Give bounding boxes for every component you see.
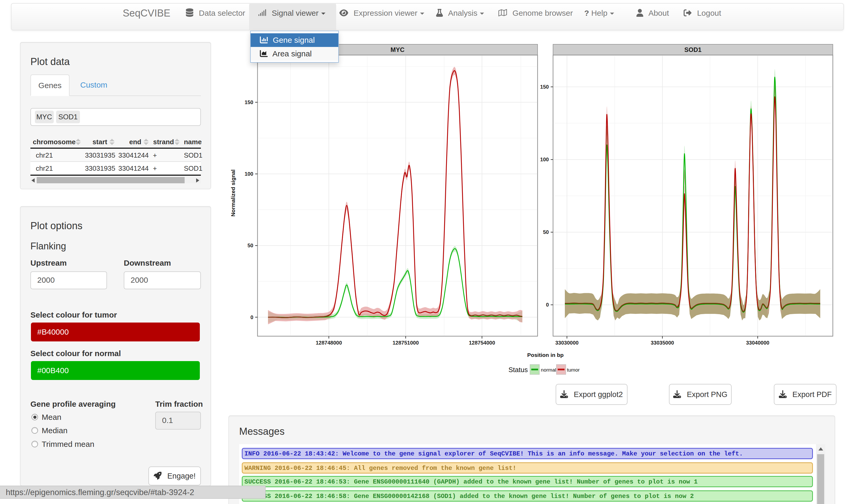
svg-text:0: 0 — [250, 314, 253, 320]
svg-text:100: 100 — [540, 157, 549, 162]
svg-text:Status: Status — [508, 366, 528, 374]
svg-text:128754000: 128754000 — [469, 340, 495, 346]
svg-text:33040000: 33040000 — [746, 340, 769, 346]
svg-text:150: 150 — [540, 84, 549, 90]
svg-text:33035000: 33035000 — [651, 340, 674, 346]
svg-text:128748000: 128748000 — [316, 340, 342, 346]
svg-text:128751000: 128751000 — [393, 340, 419, 346]
svg-text:normal: normal — [541, 367, 556, 373]
svg-text:Position in bp: Position in bp — [527, 352, 564, 358]
svg-text:0: 0 — [546, 302, 549, 308]
svg-text:100: 100 — [245, 171, 253, 177]
svg-text:50: 50 — [543, 229, 549, 235]
svg-text:SOD1: SOD1 — [684, 46, 701, 53]
svg-text:MYC: MYC — [391, 46, 404, 53]
svg-text:33030000: 33030000 — [555, 340, 579, 346]
svg-text:Normalized signal: Normalized signal — [230, 169, 236, 217]
svg-text:50: 50 — [248, 242, 253, 248]
svg-text:tumor: tumor — [567, 367, 580, 373]
svg-text:150: 150 — [245, 100, 253, 105]
